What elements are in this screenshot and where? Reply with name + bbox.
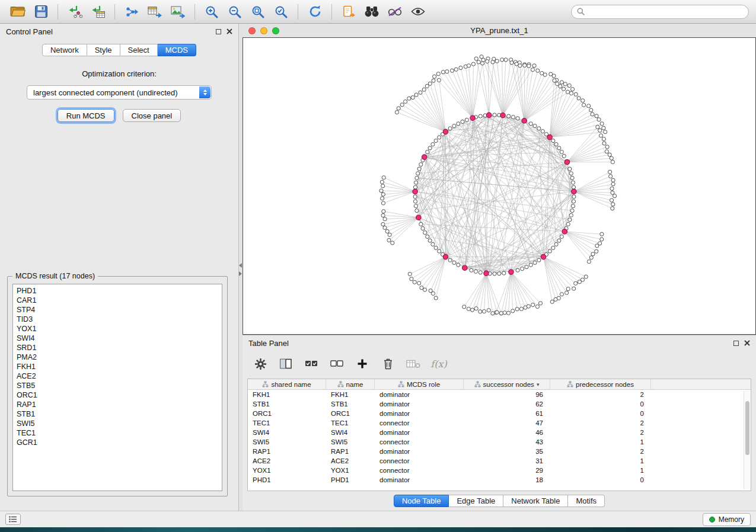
mcds-result-item[interactable]: FKH1 bbox=[17, 362, 218, 371]
cell-shared-name[interactable]: TEC1 bbox=[248, 419, 326, 427]
run-mcds-button[interactable]: Run MCDS bbox=[58, 109, 114, 122]
close-panel-button[interactable]: Close panel bbox=[123, 109, 181, 122]
column-header-shared-name[interactable]: shared name bbox=[248, 379, 326, 389]
open-session-button[interactable] bbox=[7, 3, 28, 21]
toggle-graphics-details-button[interactable] bbox=[384, 3, 406, 21]
cell-name[interactable]: TEC1 bbox=[326, 419, 375, 427]
cell-name[interactable]: FKH1 bbox=[326, 391, 375, 398]
save-session-button[interactable] bbox=[30, 3, 52, 21]
cell-predecessor-nodes[interactable]: 0 bbox=[550, 410, 651, 417]
cell-shared-name[interactable]: SWI4 bbox=[248, 429, 326, 436]
tab-select[interactable]: Select bbox=[120, 44, 158, 56]
zoom-out-button[interactable] bbox=[224, 3, 245, 21]
cell-MCDS-role[interactable]: connector bbox=[375, 467, 464, 474]
cell-predecessor-nodes[interactable]: 2 bbox=[550, 391, 651, 398]
toggle-visibility-button[interactable] bbox=[407, 3, 429, 21]
zoom-selected-button[interactable] bbox=[270, 3, 292, 21]
minimize-window-button[interactable] bbox=[260, 27, 267, 34]
table-tab-network-table[interactable]: Network Table bbox=[503, 495, 568, 507]
search-input[interactable] bbox=[588, 8, 743, 16]
cell-shared-name[interactable]: SWI5 bbox=[248, 438, 326, 446]
delete-table-button[interactable] bbox=[406, 357, 420, 371]
cell-shared-name[interactable]: FKH1 bbox=[248, 391, 326, 398]
mcds-result-item[interactable]: TID3 bbox=[17, 315, 218, 324]
cell-shared-name[interactable]: YOX1 bbox=[248, 467, 326, 474]
cell-predecessor-nodes[interactable]: 2 bbox=[550, 448, 651, 455]
float-panel-icon[interactable] bbox=[733, 341, 739, 346]
table-scrollbar[interactable] bbox=[744, 391, 750, 489]
cell-predecessor-nodes[interactable]: 0 bbox=[550, 476, 651, 483]
scrollbar-thumb[interactable] bbox=[745, 401, 749, 455]
table-row[interactable]: STB1STB1dominator620 bbox=[248, 399, 751, 409]
cell-successor-nodes[interactable]: 96 bbox=[464, 391, 550, 398]
cell-successor-nodes[interactable]: 47 bbox=[464, 419, 550, 427]
cell-successor-nodes[interactable]: 29 bbox=[464, 467, 550, 474]
table-settings-button[interactable] bbox=[253, 357, 267, 371]
export-network-button[interactable] bbox=[121, 3, 142, 21]
mcds-result-list[interactable]: PHD1CAR1STP4TID3YOX1SWI4SRD1PMA2FKH1ACE2… bbox=[12, 284, 222, 491]
cell-successor-nodes[interactable]: 61 bbox=[464, 410, 550, 417]
table-row[interactable]: PHD1PHD1dominator180 bbox=[248, 475, 751, 485]
table-tab-motifs[interactable]: Motifs bbox=[568, 495, 605, 507]
cell-successor-nodes[interactable]: 62 bbox=[464, 400, 550, 408]
mcds-result-item[interactable]: SRD1 bbox=[17, 343, 218, 352]
column-header-MCDS-role[interactable]: MCDS role bbox=[375, 379, 464, 389]
cell-name[interactable]: YOX1 bbox=[326, 467, 375, 474]
close-window-button[interactable] bbox=[248, 27, 256, 34]
import-network-button[interactable] bbox=[64, 3, 85, 21]
cell-MCDS-role[interactable]: dominator bbox=[375, 429, 464, 436]
cell-name[interactable]: SWI4 bbox=[326, 429, 375, 436]
cell-name[interactable]: RAP1 bbox=[326, 448, 375, 455]
dropdown-stepper-icon[interactable] bbox=[199, 86, 210, 98]
cell-MCDS-role[interactable]: connector bbox=[375, 457, 464, 464]
zoom-in-button[interactable] bbox=[201, 3, 222, 21]
cell-predecessor-nodes[interactable]: 1 bbox=[550, 457, 651, 464]
cell-predecessor-nodes[interactable]: 2 bbox=[550, 429, 651, 436]
float-panel-icon[interactable] bbox=[216, 29, 221, 34]
table-row[interactable]: FKH1FKH1dominator962 bbox=[248, 390, 751, 399]
column-header-predecessor-nodes[interactable]: predecessor nodes bbox=[550, 379, 651, 389]
table-row[interactable]: RAP1RAP1dominator352 bbox=[248, 447, 751, 456]
tab-network[interactable]: Network bbox=[42, 44, 87, 56]
table-tab-node-table[interactable]: Node Table bbox=[394, 495, 449, 507]
memory-button[interactable]: Memory bbox=[703, 513, 751, 526]
table-row[interactable]: SWI4SWI4dominator462 bbox=[248, 428, 751, 437]
export-table-button[interactable] bbox=[144, 3, 165, 21]
table-row[interactable]: YOX1YOX1connector291 bbox=[248, 466, 751, 475]
mcds-result-item[interactable]: CAR1 bbox=[17, 296, 218, 305]
cell-shared-name[interactable]: PHD1 bbox=[248, 476, 326, 483]
cell-predecessor-nodes[interactable]: 1 bbox=[550, 467, 651, 474]
mcds-result-item[interactable]: ORC1 bbox=[17, 390, 218, 400]
cell-successor-nodes[interactable]: 35 bbox=[464, 448, 550, 455]
import-table-button[interactable] bbox=[87, 3, 109, 21]
cell-successor-nodes[interactable]: 43 bbox=[464, 438, 550, 446]
cell-predecessor-nodes[interactable]: 0 bbox=[550, 400, 651, 408]
cell-MCDS-role[interactable]: connector bbox=[375, 419, 464, 427]
column-header-successor-nodes[interactable]: successor nodes▾ bbox=[464, 379, 550, 389]
export-image-button[interactable] bbox=[167, 3, 189, 21]
cell-MCDS-role[interactable]: dominator bbox=[375, 391, 464, 398]
cell-successor-nodes[interactable]: 46 bbox=[464, 429, 550, 436]
mcds-result-item[interactable]: TEC1 bbox=[17, 428, 218, 438]
table-row[interactable]: ORC1ORC1dominator610 bbox=[248, 409, 751, 418]
deselect-all-button[interactable] bbox=[330, 357, 344, 371]
select-all-button[interactable] bbox=[304, 357, 318, 371]
clone-network-button[interactable] bbox=[338, 3, 359, 21]
cell-shared-name[interactable]: ORC1 bbox=[248, 410, 326, 417]
mcds-result-item[interactable]: STP4 bbox=[17, 305, 218, 315]
column-header-name[interactable]: name bbox=[326, 379, 375, 389]
delete-column-button[interactable] bbox=[381, 357, 395, 371]
show-column-button[interactable] bbox=[279, 357, 293, 371]
mcds-result-item[interactable]: GCR1 bbox=[17, 438, 218, 447]
close-panel-icon[interactable] bbox=[744, 340, 750, 346]
collapse-left-icon[interactable] bbox=[239, 263, 242, 268]
cell-shared-name[interactable]: STB1 bbox=[248, 400, 326, 408]
optimization-criterion-dropdown[interactable]: largest connected component (undirected) bbox=[27, 85, 212, 100]
maximize-window-button[interactable] bbox=[272, 27, 279, 34]
zoom-fit-button[interactable] bbox=[247, 3, 269, 21]
cell-predecessor-nodes[interactable]: 2 bbox=[550, 419, 651, 427]
add-column-button[interactable] bbox=[355, 357, 369, 371]
network-canvas[interactable] bbox=[243, 37, 756, 335]
network-graph[interactable] bbox=[243, 38, 755, 334]
mcds-result-item[interactable]: SWI4 bbox=[17, 334, 218, 343]
